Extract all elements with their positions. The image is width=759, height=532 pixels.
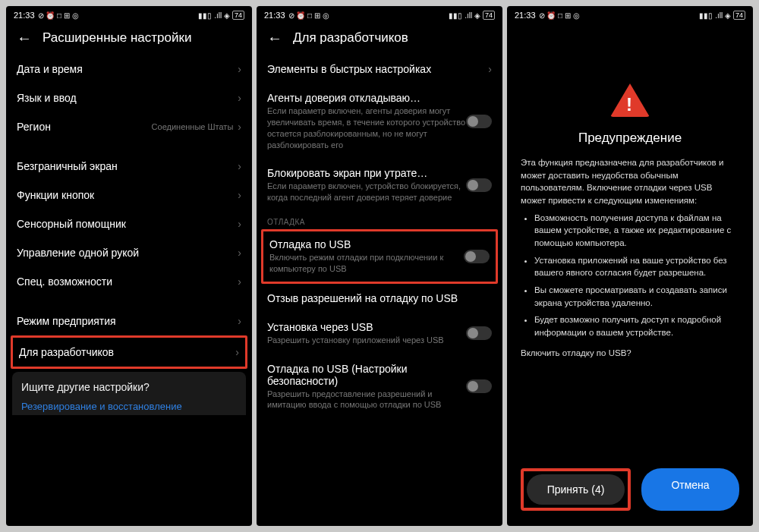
row-label: Регион [17, 121, 51, 133]
footer-question: Ищите другие настройки? [21, 381, 237, 393]
toggle-off[interactable] [466, 326, 492, 340]
row-label: Для разработчиков [19, 346, 114, 358]
chevron-right-icon: › [238, 63, 241, 75]
row-enterprise-mode[interactable]: Режим предприятия › [6, 307, 252, 335]
row-description: Разрешить предоставление разрешений и им… [267, 389, 466, 411]
row-quick-settings-tiles[interactable]: Элементы в быстрых настройках › [257, 55, 502, 83]
back-arrow-icon[interactable]: ← [267, 30, 282, 46]
toggle-off[interactable] [466, 178, 492, 192]
warning-dialog: Предупреждение Эта функция предназначена… [507, 23, 753, 526]
row-description: Если параметр включен, устройство блокир… [267, 181, 466, 203]
row-revoke-usb-auth[interactable]: Отзыв разрешений на отладку по USB [257, 284, 502, 313]
toggle-off[interactable] [466, 379, 492, 393]
battery-percent: 74 [232, 11, 244, 20]
row-label: Блокировать экран при утрате… [267, 167, 466, 179]
phone-screen-developer-options: 21:33 ⊘ ⏰ □ ⊞ ◎ ▮▮▯ .ıll ◈ 74 ← Для разр… [257, 6, 502, 526]
row-label: Управление одной рукой [17, 247, 139, 259]
status-indicator-icons: ⊘ ⏰ □ ⊞ ◎ [539, 11, 580, 20]
phone-screen-advanced-settings: 21:33 ⊘ ⏰ □ ⊞ ◎ ▮▮▯ .ıll ◈ 74 ← Расширен… [6, 6, 252, 526]
row-description: Разрешить установку приложений через USB [267, 335, 466, 346]
dialog-bullet: Будет возможно получить доступ к подробн… [534, 313, 739, 338]
status-bar: 21:33 ⊘ ⏰ □ ⊞ ◎ ▮▮▯ .ıll ◈ 74 [6, 6, 252, 23]
chevron-right-icon: › [238, 160, 241, 172]
row-developer-options[interactable]: Для разработчиков › [13, 338, 245, 367]
battery-percent: 74 [483, 11, 495, 20]
chevron-right-icon: › [238, 315, 241, 327]
status-indicator-icons: ⊘ ⏰ □ ⊞ ◎ [38, 11, 79, 20]
row-usb-debugging[interactable]: Отладка по USB Включить режим отладки пр… [263, 231, 496, 282]
row-date-time[interactable]: Дата и время › [6, 55, 252, 83]
dialog-prompt: Включить отладку по USB? [521, 347, 739, 360]
section-header-debug: ОТЛАДКА [257, 212, 502, 229]
status-indicator-icons: ⊘ ⏰ □ ⊞ ◎ [288, 11, 329, 20]
row-label: Режим предприятия [17, 315, 116, 327]
row-label: Язык и ввод [17, 92, 77, 104]
dialog-bullet: Установка приложений на ваше устройство … [534, 254, 739, 279]
chevron-right-icon: › [238, 121, 241, 133]
page-header: ← Расширенные настройки [6, 23, 252, 55]
dialog-title: Предупреждение [578, 131, 682, 146]
chevron-right-icon: › [488, 63, 492, 75]
row-touch-assistant[interactable]: Сенсорный помощник › [6, 209, 252, 238]
status-bar: 21:33 ⊘ ⏰ □ ⊞ ◎ ▮▮▯ .ıll ◈ 74 [507, 6, 753, 23]
chevron-right-icon: › [238, 92, 241, 104]
row-region[interactable]: Регион Соединенные Штаты › [6, 112, 252, 141]
row-description: Если параметр включен, агенты доверия мо… [267, 105, 466, 150]
page-header: ← Для разработчиков [257, 23, 502, 55]
row-value: Соединенные Штаты [152, 122, 234, 131]
dialog-bullet-list: Возможность получения доступа к файлам н… [521, 212, 739, 339]
row-trust-agents-extend[interactable]: Агенты доверия откладываю… Если параметр… [257, 83, 502, 159]
row-label: Безграничный экран [17, 160, 118, 172]
dialog-body: Эта функция предназначена для разработчи… [521, 156, 739, 359]
chevron-right-icon: › [238, 189, 241, 201]
warning-triangle-icon [610, 83, 650, 117]
page-title: Расширенные настройки [43, 30, 191, 46]
row-label: Спец. возможности [17, 275, 112, 288]
cancel-button[interactable]: Отмена [641, 468, 739, 511]
toggle-off[interactable] [466, 115, 492, 128]
battery-percent: 74 [733, 11, 745, 20]
row-fullscreen-display[interactable]: Безграничный экран › [6, 152, 252, 181]
dialog-bullet: Вы сможете просматривать и создавать зап… [534, 284, 739, 309]
row-install-via-usb[interactable]: Установка через USB Разрешить установку … [257, 313, 502, 354]
row-label: Сенсорный помощник [17, 218, 126, 230]
accept-button[interactable]: Принять (4) [527, 474, 625, 505]
row-button-functions[interactable]: Функции кнопок › [6, 181, 252, 209]
status-time: 21:33 [264, 11, 285, 20]
footer-link-backup-restore[interactable]: Резервирование и восстановление [21, 401, 237, 412]
signal-wifi-icons: ▮▮▯ .ıll ◈ [198, 11, 230, 20]
row-label: Установка через USB [267, 321, 466, 333]
status-time: 21:33 [14, 11, 35, 20]
dialog-button-row: Принять (4) Отмена [521, 468, 739, 511]
row-description: Включить режим отладки при подключении к… [269, 252, 464, 275]
signal-wifi-icons: ▮▮▯ .ıll ◈ [449, 11, 480, 20]
row-label: Элементы в быстрых настройках [267, 63, 431, 75]
status-time: 21:33 [515, 11, 536, 20]
row-label: Функции кнопок [17, 189, 94, 201]
row-label: Отладка по USB (Настройки безопасности) [267, 363, 466, 387]
row-language-input[interactable]: Язык и ввод › [6, 83, 252, 112]
phone-screen-warning-dialog: 21:33 ⊘ ⏰ □ ⊞ ◎ ▮▮▯ .ıll ◈ 74 Предупрежд… [507, 6, 753, 526]
row-lock-on-trust-lost[interactable]: Блокировать экран при утрате… Если парам… [257, 159, 502, 212]
chevron-right-icon: › [235, 346, 239, 358]
row-label: Агенты доверия откладываю… [267, 92, 466, 104]
dialog-intro: Эта функция предназначена для разработчи… [521, 156, 739, 207]
chevron-right-icon: › [238, 218, 241, 230]
row-label: Отладка по USB [269, 238, 464, 250]
footer-suggestions-card: Ищите другие настройки? Резервирование и… [12, 372, 246, 415]
chevron-right-icon: › [238, 247, 241, 259]
signal-wifi-icons: ▮▮▯ .ıll ◈ [699, 11, 731, 20]
row-label: Дата и время [17, 63, 83, 75]
chevron-right-icon: › [238, 275, 241, 288]
dialog-bullet: Возможность получения доступа к файлам н… [534, 212, 739, 250]
status-bar: 21:33 ⊘ ⏰ □ ⊞ ◎ ▮▮▯ .ıll ◈ 74 [257, 6, 502, 23]
highlight-accept-wrapper: Принять (4) [521, 468, 631, 511]
row-label: Отзыв разрешений на отладку по USB [267, 292, 458, 304]
row-accessibility[interactable]: Спец. возможности › [6, 267, 252, 296]
page-title: Для разработчиков [293, 30, 408, 46]
toggle-off[interactable] [464, 250, 490, 263]
row-usb-debug-security[interactable]: Отладка по USB (Настройки безопасности) … [257, 354, 502, 420]
row-one-hand[interactable]: Управление одной рукой › [6, 238, 252, 267]
back-arrow-icon[interactable]: ← [17, 30, 32, 46]
